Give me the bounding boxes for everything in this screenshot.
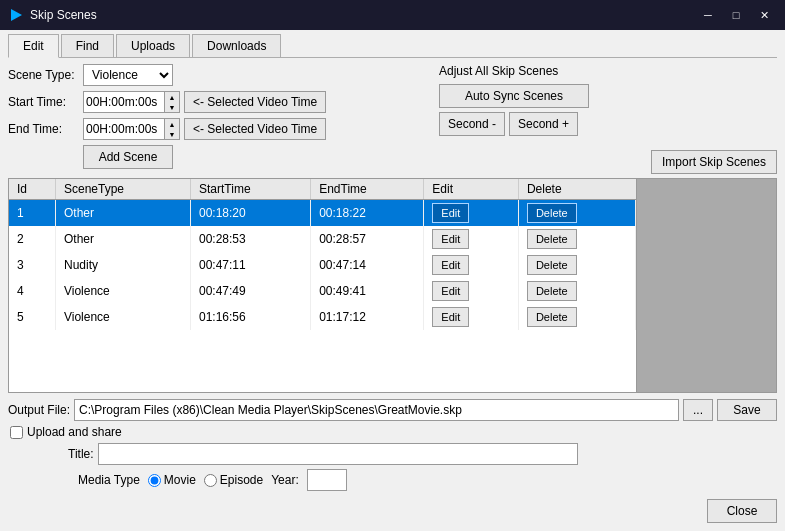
start-time-input[interactable] (83, 91, 165, 113)
cell-endTime: 00:49:41 (311, 278, 424, 304)
table-row[interactable]: 3Nudity00:47:1100:47:14EditDelete (9, 252, 636, 278)
col-scene-type: SceneType (55, 179, 190, 200)
movie-label: Movie (164, 473, 196, 487)
minimize-button[interactable]: ─ (695, 5, 721, 25)
cell-endTime: 00:28:57 (311, 226, 424, 252)
movie-radio-label[interactable]: Movie (148, 473, 196, 487)
cell-edit: Edit (424, 278, 519, 304)
cell-startTime: 01:16:56 (191, 304, 311, 330)
auto-sync-button[interactable]: Auto Sync Scenes (439, 84, 589, 108)
year-input[interactable] (307, 469, 347, 491)
cell-id: 3 (9, 252, 55, 278)
import-skip-scenes-button[interactable]: Import Skip Scenes (651, 150, 777, 174)
close-row: Close (8, 499, 777, 523)
scenes-table: Id SceneType StartTime EndTime Edit Dele… (9, 179, 636, 330)
content-area: Scene Type: Violence Nudity Other Langua… (8, 64, 777, 523)
cell-edit: Edit (424, 226, 519, 252)
browse-button[interactable]: ... (683, 399, 713, 421)
start-time-label: Start Time: (8, 95, 83, 109)
col-delete: Delete (518, 179, 635, 200)
cell-edit: Edit (424, 304, 519, 330)
table-row[interactable]: 4Violence00:47:4900:49:41EditDelete (9, 278, 636, 304)
edit-row-button[interactable]: Edit (432, 307, 469, 327)
maximize-button[interactable]: □ (723, 5, 749, 25)
tab-uploads[interactable]: Uploads (116, 34, 190, 58)
cell-id: 2 (9, 226, 55, 252)
cell-sceneType: Violence (55, 278, 190, 304)
edit-row-button[interactable]: Edit (432, 255, 469, 275)
delete-row-button[interactable]: Delete (527, 229, 577, 249)
cell-startTime: 00:47:49 (191, 278, 311, 304)
close-window-button[interactable]: ✕ (751, 5, 777, 25)
output-row: Output File: ... Save (8, 399, 777, 421)
start-time-input-wrap: ▲ ▼ (83, 91, 180, 113)
second-plus-button[interactable]: Second + (509, 112, 578, 136)
start-time-up[interactable]: ▲ (165, 92, 179, 102)
col-start-time: StartTime (191, 179, 311, 200)
close-button[interactable]: Close (707, 499, 777, 523)
tab-find[interactable]: Find (61, 34, 114, 58)
cell-edit: Edit (424, 252, 519, 278)
adjust-panel: Adjust All Skip Scenes Auto Sync Scenes … (423, 64, 643, 174)
cell-id: 1 (9, 200, 55, 227)
cell-delete: Delete (518, 226, 635, 252)
title-bar: Skip Scenes ─ □ ✕ (0, 0, 785, 30)
end-time-up[interactable]: ▲ (165, 119, 179, 129)
episode-radio[interactable] (204, 474, 217, 487)
tab-bar: Edit Find Uploads Downloads (8, 34, 777, 58)
adjust-title: Adjust All Skip Scenes (439, 64, 643, 78)
add-scene-button[interactable]: Add Scene (83, 145, 173, 169)
delete-row-button[interactable]: Delete (527, 307, 577, 327)
tab-edit[interactable]: Edit (8, 34, 59, 58)
end-time-label: End Time: (8, 122, 83, 136)
cell-id: 5 (9, 304, 55, 330)
output-file-input[interactable] (74, 399, 679, 421)
cell-id: 4 (9, 278, 55, 304)
upload-label-text: Upload and share (27, 425, 122, 439)
upload-checkbox-label[interactable]: Upload and share (10, 425, 122, 439)
tab-downloads[interactable]: Downloads (192, 34, 281, 58)
end-time-down[interactable]: ▼ (165, 129, 179, 139)
table-gray-area (637, 178, 777, 393)
table-body: 1Other00:18:2000:18:22EditDelete2Other00… (9, 200, 636, 331)
edit-row-button[interactable]: Edit (432, 203, 469, 223)
cell-sceneType: Other (55, 226, 190, 252)
left-form: Scene Type: Violence Nudity Other Langua… (8, 64, 423, 174)
media-type-row: Media Type Movie Episode Year: (8, 469, 777, 491)
cell-endTime: 01:17:12 (311, 304, 424, 330)
year-label: Year: (271, 473, 299, 487)
app-icon (8, 7, 24, 23)
title-row: Title: (8, 443, 777, 465)
edit-row-button[interactable]: Edit (432, 229, 469, 249)
edit-row-button[interactable]: Edit (432, 281, 469, 301)
start-time-down[interactable]: ▼ (165, 102, 179, 112)
save-button[interactable]: Save (717, 399, 777, 421)
cell-sceneType: Other (55, 200, 190, 227)
title-input[interactable] (98, 443, 578, 465)
end-time-input[interactable] (83, 118, 165, 140)
end-selected-video-btn[interactable]: <- Selected Video Time (184, 118, 326, 140)
cell-startTime: 00:47:11 (191, 252, 311, 278)
end-time-spinners: ▲ ▼ (165, 118, 180, 140)
start-time-spinners: ▲ ▼ (165, 91, 180, 113)
col-id: Id (9, 179, 55, 200)
table-header-row: Id SceneType StartTime EndTime Edit Dele… (9, 179, 636, 200)
delete-row-button[interactable]: Delete (527, 203, 577, 223)
start-selected-video-btn[interactable]: <- Selected Video Time (184, 91, 326, 113)
movie-radio[interactable] (148, 474, 161, 487)
table-row[interactable]: 2Other00:28:5300:28:57EditDelete (9, 226, 636, 252)
table-row[interactable]: 1Other00:18:2000:18:22EditDelete (9, 200, 636, 227)
table-row[interactable]: 5Violence01:16:5601:17:12EditDelete (9, 304, 636, 330)
cell-endTime: 00:18:22 (311, 200, 424, 227)
episode-radio-label[interactable]: Episode (204, 473, 263, 487)
upload-checkbox[interactable] (10, 426, 23, 439)
delete-row-button[interactable]: Delete (527, 281, 577, 301)
cell-edit: Edit (424, 200, 519, 227)
scene-type-select[interactable]: Violence Nudity Other Language Horror (83, 64, 173, 86)
scene-type-row: Scene Type: Violence Nudity Other Langua… (8, 64, 423, 86)
second-minus-button[interactable]: Second - (439, 112, 505, 136)
col-end-time: EndTime (311, 179, 424, 200)
adjust-second-row: Second - Second + (439, 112, 643, 136)
end-time-input-wrap: ▲ ▼ (83, 118, 180, 140)
delete-row-button[interactable]: Delete (527, 255, 577, 275)
